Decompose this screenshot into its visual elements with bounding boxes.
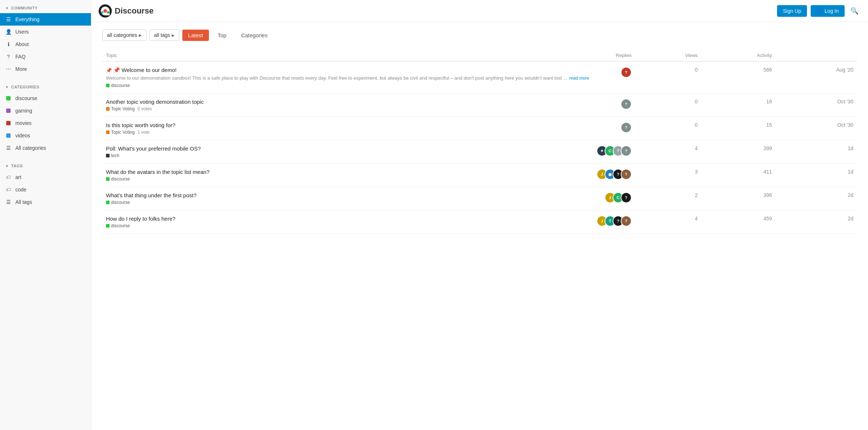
sidebar-item-videos[interactable]: videos: [0, 129, 91, 142]
main-area: Discourse Sign Up 👤 Log In 🔍 all categor…: [91, 0, 868, 430]
community-section-label: COMMUNITY: [11, 6, 38, 10]
read-more-link[interactable]: read more: [569, 76, 589, 81]
sidebar-item-gaming[interactable]: gaming: [0, 104, 91, 117]
user-icon: 👤: [816, 8, 823, 14]
sidebar-item-all-tags[interactable]: ☰ All tags: [0, 196, 91, 208]
question-icon: ?: [5, 53, 12, 60]
category-badge[interactable]: tech: [106, 153, 119, 158]
vote-badge: 0 votes: [138, 106, 152, 111]
topic-title-link[interactable]: Another topic voting demonstration topic: [106, 99, 589, 105]
sidebar-item-label: All categories: [15, 145, 46, 151]
avatars-cell: ✦C??: [593, 140, 635, 164]
sidebar-item-label: About: [15, 41, 29, 47]
filter-categories-button[interactable]: all categories ▶: [102, 29, 146, 41]
activity-cell: Oct '30: [776, 117, 857, 140]
tab-categories[interactable]: Categories: [235, 30, 274, 41]
sidebar-item-label: FAQ: [15, 54, 26, 60]
sidebar-item-label: All tags: [15, 199, 32, 205]
sidebar-item-label: videos: [15, 133, 30, 138]
category-badge[interactable]: Topic Voting: [106, 130, 135, 135]
categories-section-header[interactable]: ▼ CATEGORIES: [0, 79, 91, 92]
sidebar-item-label: movies: [15, 120, 31, 126]
topic-title-link[interactable]: Is this topic worth voting for?: [106, 122, 589, 128]
col-views: Views: [635, 50, 701, 61]
topic-title-link[interactable]: How do I reply to folks here?: [106, 216, 589, 222]
login-button[interactable]: 👤 Log In: [811, 5, 845, 17]
signup-button[interactable]: Sign Up: [777, 5, 807, 17]
topic-title-link[interactable]: Poll: What's your preferred mobile OS?: [106, 145, 589, 152]
topic-meta: discourse: [106, 83, 589, 88]
category-badge[interactable]: discourse: [106, 200, 130, 205]
login-label: Log In: [825, 8, 839, 14]
topic-meta: discourse: [106, 176, 589, 182]
tab-latest[interactable]: Latest: [182, 30, 209, 41]
all-tags-icon: ☰: [5, 199, 12, 205]
category-badge[interactable]: discourse: [106, 83, 130, 88]
table-row: Is this topic worth voting for?Topic Vot…: [102, 117, 857, 140]
sidebar-item-everything[interactable]: ☰ Everything: [0, 13, 91, 26]
sidebar: ▼ COMMUNITY ☰ Everything 👤 Users ℹ About…: [0, 0, 91, 430]
tab-top[interactable]: Top: [212, 30, 232, 41]
col-topic: Topic: [102, 50, 593, 61]
topic-table: Topic Replies Views Activity 📌 Welcome t…: [102, 50, 857, 234]
topic-title-link[interactable]: What do the avatars in the topic list me…: [106, 169, 589, 175]
topic-title-link[interactable]: 📌 Welcome to our demo!: [106, 67, 589, 73]
topic-title-link[interactable]: What's that thing under the first post?: [106, 192, 589, 198]
all-categories-icon: ☰: [5, 145, 12, 151]
avatar: ?: [621, 99, 632, 110]
avatar: ?: [621, 145, 632, 156]
topic-excerpt: Welcome to our demonstration sandbox! Th…: [106, 75, 589, 81]
views-cell: 411: [701, 164, 776, 187]
sidebar-item-discourse[interactable]: discourse: [0, 92, 91, 104]
tags-section-header[interactable]: ▼ TAGS: [0, 158, 91, 171]
views-cell: 398: [701, 187, 776, 210]
avatar: ?: [621, 122, 632, 133]
category-badge[interactable]: discourse: [106, 223, 130, 228]
activity-cell: 2d: [776, 210, 857, 234]
table-row: Poll: What's your preferred mobile OS?te…: [102, 140, 857, 164]
views-cell: 15: [701, 117, 776, 140]
avatars-cell: ?: [593, 61, 635, 94]
categories-section-label: CATEGORIES: [11, 85, 39, 89]
avatars-cell: JC?: [593, 187, 635, 210]
views-cell: 459: [701, 210, 776, 234]
replies-cell: 4: [635, 210, 701, 234]
header: Discourse Sign Up 👤 Log In 🔍: [91, 0, 868, 22]
sidebar-item-movies[interactable]: movies: [0, 117, 91, 129]
sidebar-item-label: More: [15, 66, 27, 72]
users-icon: 👤: [5, 28, 12, 35]
activity-cell: Aug '20: [776, 61, 857, 94]
search-button[interactable]: 🔍: [848, 5, 861, 17]
category-badge[interactable]: Topic Voting: [106, 106, 135, 111]
sidebar-item-users[interactable]: 👤 Users: [0, 26, 91, 38]
avatars-cell: ?: [593, 94, 635, 117]
avatars-cell: JT??: [593, 210, 635, 234]
sidebar-item-all-categories[interactable]: ☰ All categories: [0, 142, 91, 154]
col-replies: Replies: [593, 50, 635, 61]
activity-cell: Oct '30: [776, 94, 857, 117]
topic-meta: discourse: [106, 200, 589, 205]
logo[interactable]: Discourse: [99, 4, 153, 18]
discourse-color-icon: [5, 95, 12, 102]
filter-categories-label: all categories: [107, 32, 137, 38]
sidebar-item-art[interactable]: 🏷 art: [0, 171, 91, 183]
activity-cell: 1d: [776, 164, 857, 187]
sidebar-item-code[interactable]: 🏷 code: [0, 183, 91, 196]
sidebar-item-faq[interactable]: ? FAQ: [0, 50, 91, 63]
replies-cell: 4: [635, 140, 701, 164]
sidebar-item-label: Everything: [15, 16, 39, 22]
filter-tags-arrow-icon: ▶: [172, 33, 175, 37]
views-cell: 566: [701, 61, 776, 94]
vote-badge: 1 vote: [138, 130, 150, 135]
search-icon: 🔍: [850, 7, 859, 15]
sidebar-item-label: discourse: [15, 95, 37, 101]
tag-code-icon: 🏷: [5, 186, 12, 193]
category-badge[interactable]: discourse: [106, 176, 130, 182]
topic-meta: discourse: [106, 223, 589, 228]
col-activity: Activity: [701, 50, 776, 61]
filter-tags-button[interactable]: all tags ▶: [149, 29, 179, 41]
replies-cell: 3: [635, 164, 701, 187]
sidebar-item-about[interactable]: ℹ About: [0, 38, 91, 50]
community-section-header[interactable]: ▼ COMMUNITY: [0, 0, 91, 13]
sidebar-item-more[interactable]: ⋯ More: [0, 63, 91, 75]
